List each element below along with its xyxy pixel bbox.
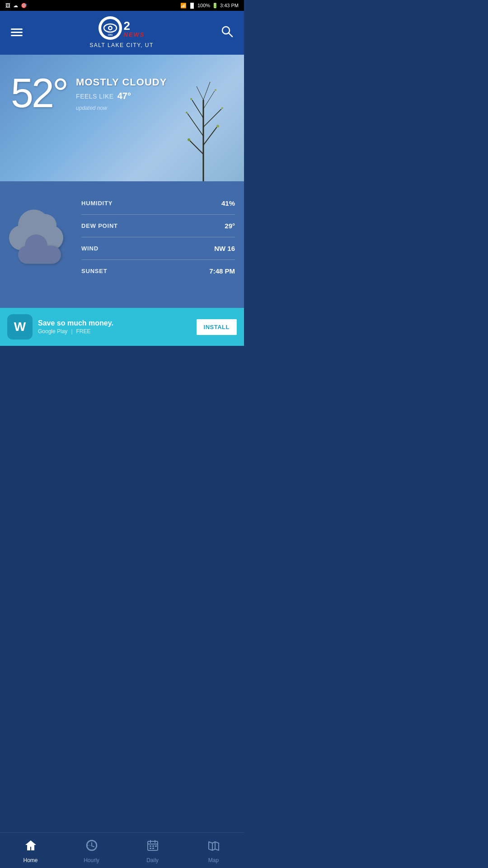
sunset-value: 7:48 PM — [209, 267, 235, 275]
wind-value: NW 16 — [214, 245, 235, 252]
dew-point-value: 29° — [225, 222, 235, 230]
signal-icon: ▐▌ — [188, 3, 196, 8]
ad-title: Save so much money. — [38, 319, 191, 327]
content-spacer — [0, 346, 244, 400]
battery-icon: 🔋 — [212, 3, 218, 9]
dew-point-row: DEW POINT 29° — [81, 215, 235, 237]
status-info-right: 📶 ▐▌ 100% 🔋 3:43 PM — [180, 3, 239, 9]
humidity-row: HUMIDITY 41% — [81, 192, 235, 215]
feels-like-temp: 47° — [117, 91, 131, 101]
sunset-label: SUNSET — [81, 268, 108, 274]
svg-line-6 — [229, 33, 232, 37]
status-icons-left: 🖼 ☁ 🎯 — [5, 3, 27, 9]
svg-line-10 — [188, 113, 203, 136]
ad-divider: | — [71, 328, 72, 335]
weather-status-icon: ☁ — [13, 3, 18, 9]
search-button[interactable] — [219, 23, 235, 42]
status-bar: 🖼 ☁ 🎯 📶 ▐▌ 100% 🔋 3:43 PM — [0, 0, 244, 11]
svg-line-9 — [203, 127, 217, 145]
logo-channel-number: 2 — [124, 20, 130, 32]
install-button[interactable]: INSTALL — [197, 319, 237, 335]
humidity-value: 41% — [221, 199, 235, 207]
battery-percent: 100% — [197, 3, 210, 8]
logo-area: CBS 2 NEWS SALT LAKE CITY, UT — [24, 16, 219, 48]
weather-description: MOSTLY CLOUDY FEELS LIKE 47° updated now — [76, 73, 167, 111]
photo-icon: 🖼 — [5, 3, 10, 8]
svg-point-16 — [188, 138, 190, 141]
weather-hero-section: 52° MOSTLY CLOUDY FEELS LIKE 47° updated… — [0, 55, 244, 181]
app-header: CBS 2 NEWS SALT LAKE CITY, UT — [0, 11, 244, 55]
detail-rows: HUMIDITY 41% DEW POINT 29° WIND NW 16 SU… — [81, 192, 235, 282]
target-icon: 🎯 — [21, 3, 27, 9]
weather-main-info: 52° MOSTLY CLOUDY FEELS LIKE 47° updated… — [11, 73, 233, 113]
ad-text-area: Save so much money. Google Play | FREE — [38, 319, 191, 335]
weather-details-panel: HUMIDITY 41% DEW POINT 29° WIND NW 16 SU… — [0, 181, 244, 308]
ad-price: FREE — [76, 328, 91, 335]
condition-text: MOSTLY CLOUDY — [76, 76, 167, 88]
svg-point-3 — [109, 27, 111, 29]
sunset-row: SUNSET 7:48 PM — [81, 260, 235, 282]
svg-text:CBS: CBS — [108, 33, 113, 36]
header-city: SALT LAKE CITY, UT — [89, 42, 154, 48]
logo-news-text: NEWS — [124, 32, 145, 38]
cloud-icon — [9, 226, 72, 264]
temperature-display: 52° — [11, 73, 67, 113]
ad-banner: W Save so much money. Google Play | FREE… — [0, 308, 244, 346]
feels-like-row: FEELS LIKE 47° — [76, 91, 167, 101]
ad-platform: Google Play — [38, 328, 67, 335]
update-time: updated now — [76, 105, 167, 111]
menu-button[interactable] — [9, 27, 24, 38]
ad-subtitle: Google Play | FREE — [38, 328, 191, 335]
wind-row: WIND NW 16 — [81, 237, 235, 260]
ad-icon-letter: W — [14, 320, 26, 334]
clock: 3:43 PM — [220, 3, 239, 8]
svg-point-17 — [216, 125, 219, 127]
wind-label: WIND — [81, 245, 99, 252]
ad-app-icon: W — [7, 314, 33, 340]
feels-like-label: FEELS LIKE — [76, 93, 114, 100]
svg-line-8 — [190, 141, 203, 154]
cbs-eye-logo: CBS — [99, 16, 122, 40]
dew-point-label: DEW POINT — [81, 222, 118, 229]
humidity-label: HUMIDITY — [81, 200, 113, 207]
wifi-icon: 📶 — [180, 3, 187, 9]
